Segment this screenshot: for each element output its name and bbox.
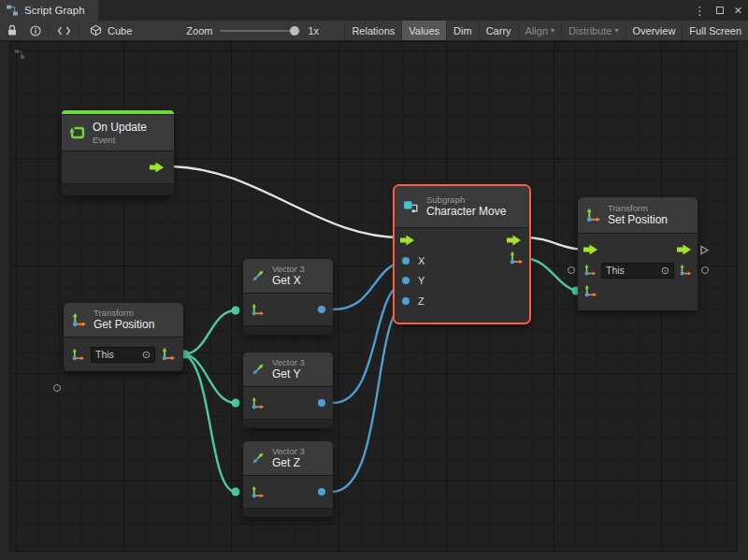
maximize-icon[interactable] [716, 7, 724, 14]
wire-getz-to-z [333, 301, 409, 492]
vector3-output-icon[interactable] [161, 347, 176, 362]
vector3-port-icon[interactable] [251, 485, 265, 499]
exec-output-arrow-icon[interactable] [677, 244, 692, 255]
code-icon[interactable] [50, 21, 78, 40]
exec-output-port[interactable] [699, 245, 710, 255]
node-character-move[interactable]: Subgraph Character Move X Y [395, 186, 529, 323]
graph-corner-icon [14, 49, 25, 60]
transform-icon [71, 312, 87, 328]
node-footer [243, 326, 333, 335]
vector3-icon [251, 362, 266, 377]
vector3-input-icon[interactable] [583, 284, 597, 298]
this-value-field[interactable]: This ⊙ [91, 347, 155, 363]
getx-input-port [232, 307, 240, 315]
target-picker-icon[interactable]: ⊙ [661, 265, 669, 277]
this-input-port[interactable] [568, 266, 575, 274]
zoom-label: Zoom [186, 25, 212, 36]
node-type-label: Transform [608, 203, 668, 214]
fullscreen-button[interactable]: Full Screen [682, 21, 748, 40]
x-port-label: X [418, 255, 424, 266]
node-set-position[interactable]: Transform Set Position This [578, 197, 698, 310]
window-controls: ⋮ ✕ [694, 0, 742, 21]
transform-icon [585, 208, 601, 223]
toolbar-buttons: Relations Values Dim Carry Align▾ Distri… [344, 21, 748, 40]
on-update-event-icon [69, 124, 86, 141]
vector3-output-icon[interactable] [679, 264, 692, 277]
wire-getposition-to-gety [183, 354, 236, 403]
gety-input-port [232, 399, 240, 408]
values-button[interactable]: Values [401, 21, 446, 40]
distribute-button[interactable]: Distribute▾ [561, 21, 625, 40]
this-value-text: This [95, 349, 114, 360]
carry-button[interactable]: Carry [479, 21, 518, 40]
node-get-z[interactable]: Vector 3 Get Z [243, 441, 333, 517]
node-title: Character Move [426, 205, 506, 219]
unity-script-graph-window: Script Graph ⋮ ✕ Cube Zoom 1x [0, 0, 748, 560]
x-input-port[interactable] [402, 257, 410, 265]
info-icon[interactable] [23, 21, 47, 40]
node-title: On Update [93, 121, 147, 135]
node-type-label: Transform [94, 308, 154, 319]
node-type-label: Vector 3 [272, 264, 305, 275]
vector3-port-icon[interactable] [71, 348, 85, 362]
tab-bar: Script Graph ⋮ ✕ [0, 0, 748, 21]
y-input-port[interactable] [402, 277, 410, 284]
zoom-slider[interactable] [220, 30, 300, 32]
tab-title: Script Graph [24, 5, 85, 16]
graph-object-selector[interactable]: Cube [80, 21, 141, 40]
exec-input-arrow-icon[interactable] [400, 235, 415, 246]
z-port-label: Z [418, 295, 424, 307]
zoom-control: Zoom 1x [186, 21, 319, 40]
node-title: Get Z [272, 456, 305, 470]
kebab-menu-icon[interactable]: ⋮ [694, 5, 706, 17]
lock-icon[interactable] [0, 21, 23, 40]
exec-input-arrow-icon[interactable] [583, 244, 598, 255]
overview-button[interactable]: Overview [626, 21, 683, 40]
zoom-value: 1x [308, 25, 319, 36]
float-output-port[interactable] [318, 306, 325, 313]
vector3-port-icon[interactable] [251, 303, 265, 317]
exec-output-arrow-icon[interactable] [150, 162, 165, 173]
toolbar-separator [79, 23, 79, 37]
vector3-output-icon[interactable] [509, 251, 524, 266]
wire-charactermove-to-setposition-value [524, 258, 579, 291]
z-input-port[interactable] [402, 297, 410, 305]
target-picker-icon[interactable]: ⊙ [142, 349, 151, 361]
event-accent-bar [62, 110, 174, 114]
align-button[interactable]: Align▾ [518, 21, 561, 40]
transform-port-icon[interactable] [583, 264, 597, 277]
vector3-icon [251, 451, 266, 466]
y-port-label: Y [418, 275, 424, 286]
dropdown-caret-icon: ▾ [615, 26, 619, 35]
close-icon[interactable]: ✕ [734, 5, 742, 17]
wire-charactermove-to-setposition [524, 237, 585, 250]
node-get-y[interactable]: Vector 3 Get Y [243, 352, 333, 428]
value-output-port[interactable] [701, 266, 709, 274]
node-type-label: Vector 3 [272, 446, 305, 457]
node-type-label: Vector 3 [272, 357, 305, 368]
wire-getposition-to-getz [183, 354, 236, 492]
node-type-label: Subgraph [426, 194, 506, 206]
exec-output-arrow-icon[interactable] [507, 235, 522, 246]
node-title: Get Position [94, 318, 154, 332]
node-get-position[interactable]: Transform Get Position This ⊙ [64, 303, 183, 371]
node-on-update[interactable]: On Update Event [62, 110, 174, 195]
this-input-port[interactable] [53, 384, 61, 392]
tab-script-graph[interactable]: Script Graph [0, 0, 98, 21]
wire-onupdate-to-charactermove [172, 166, 408, 237]
script-graph-icon [6, 4, 19, 17]
relations-button[interactable]: Relations [344, 21, 401, 40]
zoom-slider-handle[interactable] [290, 26, 299, 36]
float-output-port[interactable] [318, 488, 325, 495]
dropdown-caret-icon: ▾ [551, 26, 554, 35]
graph-canvas[interactable]: On Update Event Transform Get Position [9, 41, 738, 552]
dim-button[interactable]: Dim [446, 21, 479, 40]
vector3-port-icon[interactable] [251, 396, 265, 410]
float-output-port[interactable] [318, 399, 325, 407]
wire-getposition-to-getx [183, 310, 236, 354]
subgraph-icon [402, 198, 420, 216]
getz-input-port [232, 488, 240, 496]
toolbar-separator [48, 23, 49, 37]
node-get-x[interactable]: Vector 3 Get X [243, 259, 333, 335]
this-value-field[interactable]: This ⊙ [601, 263, 674, 279]
